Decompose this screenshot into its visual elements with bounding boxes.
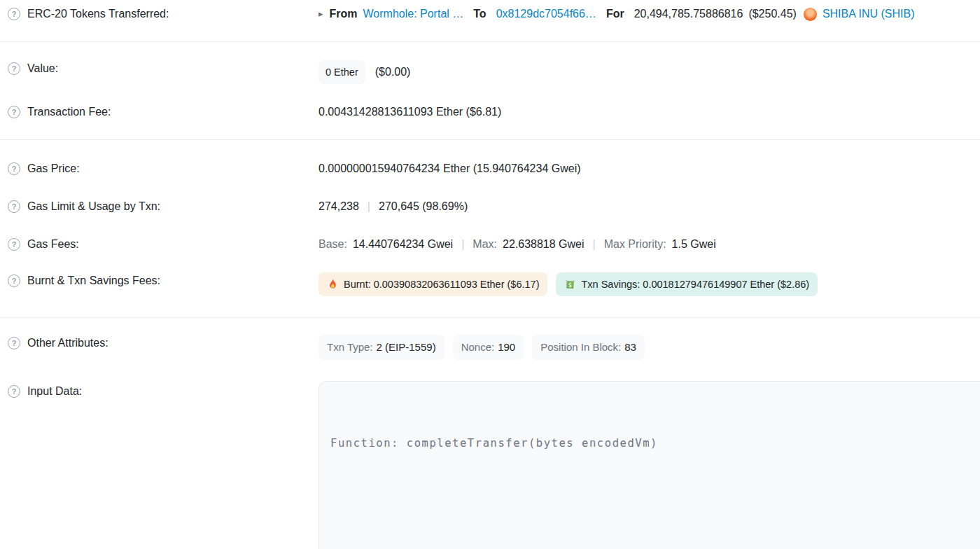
value-label: Value: (27, 60, 58, 77)
txn-type-badge: Txn Type: 2 (EIP-1559) (318, 335, 444, 360)
input-data-label: Input Data: (27, 383, 82, 400)
help-icon[interactable]: ? (8, 106, 20, 118)
ether-value-badge: 0 Ether (318, 60, 365, 84)
expand-caret-icon[interactable]: ▸ (318, 6, 323, 22)
position-in-block-badge: Position In Block: 83 (532, 335, 645, 360)
gas-limit-value: 274,238 (318, 198, 359, 215)
from-address-link[interactable]: Wormhole: Portal … (363, 6, 464, 22)
help-icon[interactable]: ? (8, 238, 20, 251)
gas-limit-label: Gas Limit & Usage by Txn: (27, 198, 160, 215)
max-priority-fee-value: 1.5 Gwei (672, 236, 716, 253)
input-data-codebox[interactable]: Function: completeTransfer(bytes encoded… (318, 381, 980, 549)
base-fee-label: Base: (318, 236, 347, 253)
to-address-link[interactable]: 0x8129dc7054f66… (496, 6, 596, 22)
help-icon[interactable]: ? (8, 200, 20, 213)
pipe-separator: | (359, 198, 379, 215)
pipe-separator: | (453, 236, 472, 253)
other-attributes-label: Other Attributes: (27, 335, 108, 352)
position-value: 83 (624, 339, 636, 356)
txn-type-key: Txn Type: (327, 339, 373, 356)
token-name-link[interactable]: SHIBA INU (SHIB) (822, 6, 915, 22)
erc20-transfers-label: ERC-20 Tokens Transferred: (27, 6, 169, 22)
token-usd-value: ($250.45) (748, 6, 797, 22)
gas-usage-value: 270,645 (98.69%) (379, 198, 468, 215)
help-icon[interactable]: ? (8, 337, 20, 349)
max-fee-value: 22.638818 Gwei (503, 236, 584, 253)
burnt-savings-row: ? Burnt & Txn Savings Fees: Burnt: 0.003… (0, 253, 980, 296)
value-usd: ($0.00) (375, 64, 411, 81)
shiba-inu-token-icon (804, 8, 817, 21)
to-label: To (473, 6, 486, 22)
input-function-line: Function: completeTransfer(bytes encoded… (330, 434, 969, 454)
help-icon[interactable]: ? (8, 274, 20, 287)
position-key: Position In Block: (540, 339, 621, 356)
max-priority-fee-label: Max Priority: (604, 236, 666, 253)
burnt-badge: Burnt: 0.00390832063611093 Ether ($6.17) (318, 272, 547, 296)
max-fee-label: Max: (472, 236, 497, 253)
burnt-savings-label: Burnt & Txn Savings Fees: (27, 272, 160, 289)
help-icon[interactable]: ? (8, 62, 20, 75)
txn-savings-badge-text: Txn Savings: 0.00181279476149907 Ether (… (581, 276, 809, 293)
pipe-separator: | (584, 236, 604, 253)
base-fee-value: 14.440764234 Gwei (353, 236, 453, 253)
transaction-fee-value: 0.00431428813611093 Ether ($6.81) (318, 104, 501, 120)
money-with-wings-icon: $ (564, 279, 576, 291)
burnt-badge-text: Burnt: 0.00390832063611093 Ether ($6.17) (344, 276, 539, 293)
other-attributes-row: ? Other Attributes: Txn Type: 2 (EIP-155… (0, 318, 980, 360)
gas-price-value: 0.000000015940764234 Ether (15.940764234… (318, 160, 581, 177)
help-icon[interactable]: ? (8, 385, 20, 398)
gas-price-row: ? Gas Price: 0.000000015940764234 Ether … (0, 140, 980, 177)
gas-fees-label: Gas Fees: (27, 236, 79, 253)
transaction-fee-row: ? Transaction Fee: 0.00431428813611093 E… (0, 84, 980, 120)
from-label: From (330, 6, 358, 22)
token-amount: 20,494,785.75886816 (634, 6, 743, 22)
erc20-transfers-row: ? ERC-20 Tokens Transferred: ▸ From Worm… (0, 0, 980, 41)
for-label: For (606, 6, 624, 22)
nonce-badge: Nonce: 190 (453, 335, 524, 360)
gas-limit-row: ? Gas Limit & Usage by Txn: 274,238 | 27… (0, 177, 980, 215)
svg-text:$: $ (568, 281, 572, 288)
txn-savings-badge: $ Txn Savings: 0.00181279476149907 Ether… (556, 272, 818, 296)
gas-price-label: Gas Price: (27, 160, 80, 177)
nonce-value: 190 (498, 339, 515, 356)
input-data-row: ? Input Data: Function: completeTransfer… (0, 360, 980, 549)
nonce-key: Nonce: (461, 339, 495, 356)
txn-type-value: 2 (EIP-1559) (377, 339, 436, 356)
help-icon[interactable]: ? (8, 162, 20, 175)
help-icon[interactable]: ? (8, 8, 20, 20)
transaction-fee-label: Transaction Fee: (27, 104, 111, 120)
value-row: ? Value: 0 Ether ($0.00) (0, 42, 980, 84)
gas-fees-row: ? Gas Fees: Base: 14.440764234 Gwei | Ma… (0, 215, 980, 253)
flame-icon (327, 279, 339, 291)
